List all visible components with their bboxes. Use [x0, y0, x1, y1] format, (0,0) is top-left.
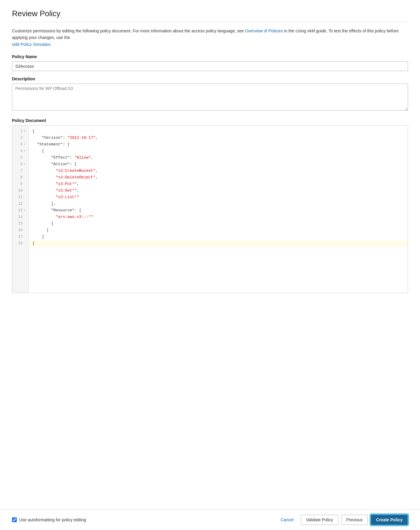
- code-line: {: [32, 128, 404, 135]
- code-editor[interactable]: 1▾23▾4▾56▾78910111213▾1415161718 { "Vers…: [12, 125, 408, 293]
- line-number-row: 8: [12, 174, 28, 181]
- line-number-row: 7: [12, 168, 28, 174]
- page-container: Review Policy Customize permissions by e…: [0, 0, 420, 530]
- code-line: "Version": "2012-10-17",: [32, 135, 404, 141]
- line-number-row: 14: [12, 214, 28, 220]
- footer-bar: Use autoformatting for policy editing Ca…: [0, 509, 420, 530]
- code-line: }: [32, 227, 404, 234]
- page-title: Review Policy: [12, 9, 408, 18]
- section-divider: [12, 22, 408, 22]
- line-numbers: 1▾23▾4▾56▾78910111213▾1415161718: [12, 126, 29, 293]
- line-number-row: 16: [12, 227, 28, 234]
- code-line: "s3:Put*",: [32, 181, 404, 187]
- cancel-button[interactable]: Cancel: [276, 515, 298, 525]
- line-number-row: 4▾: [12, 148, 28, 154]
- policy-document-label: Policy Document: [12, 118, 408, 123]
- line-number-row: 9: [12, 181, 28, 187]
- autoformat-checkbox[interactable]: [12, 517, 17, 522]
- description-text: Customize permissions by editing the fol…: [12, 28, 408, 48]
- autoformat-label[interactable]: Use autoformatting for policy editing: [19, 517, 86, 522]
- code-line: "s3:CreateBucket",: [32, 168, 404, 174]
- policy-name-label: Policy Name: [12, 54, 408, 59]
- code-line: {: [32, 148, 404, 154]
- code-line: "s3:List*": [32, 194, 404, 201]
- policy-name-input[interactable]: [12, 61, 408, 71]
- code-line: ]: [32, 234, 404, 240]
- footer-right: Cancel Validate Policy Previous Create P…: [276, 514, 408, 525]
- code-line: }: [29, 240, 408, 247]
- line-number-row: 12: [12, 201, 28, 207]
- line-number-row: 10: [12, 187, 28, 194]
- description-textarea[interactable]: [12, 84, 408, 111]
- code-line: "s3:Get*",: [32, 187, 404, 194]
- line-number-row: 5: [12, 154, 28, 161]
- line-number-row: 11: [12, 194, 28, 201]
- line-number-row: 18: [12, 240, 28, 247]
- line-number-row: 2: [12, 135, 28, 141]
- code-content[interactable]: { "Version": "2012-10-17", "Statement": …: [29, 126, 408, 293]
- code-line: "Statement": [: [32, 141, 404, 148]
- create-policy-button[interactable]: Create Policy: [371, 514, 408, 525]
- code-line: ]: [32, 220, 404, 227]
- line-number-row: 15: [12, 220, 28, 227]
- code-line: ],: [32, 201, 404, 207]
- line-number-row: 1▾: [12, 128, 28, 135]
- footer-left: Use autoformatting for policy editing: [12, 517, 86, 522]
- line-number-row: 6▾: [12, 161, 28, 168]
- line-number-row: 13▾: [12, 207, 28, 214]
- line-number-row: 3▾: [12, 141, 28, 148]
- description-label: Description: [12, 76, 408, 81]
- previous-button[interactable]: Previous: [341, 515, 368, 525]
- iam-policy-simulator-link[interactable]: IAM Policy Simulator: [12, 42, 50, 47]
- code-line: "arn:aws:s3:::*": [32, 214, 404, 220]
- policy-document-section: Policy Document 1▾23▾4▾56▾78910111213▾14…: [12, 118, 408, 293]
- line-number-row: 17: [12, 234, 28, 240]
- overview-of-policies-link[interactable]: Overview of Policies: [245, 28, 283, 33]
- code-line: "Effect": "Allow",: [32, 154, 404, 161]
- code-line: "Action": [: [32, 161, 404, 168]
- code-line: "s3:DeleteObject",: [32, 174, 404, 181]
- validate-policy-button[interactable]: Validate Policy: [301, 515, 338, 525]
- code-line: "Resource": [: [32, 207, 404, 214]
